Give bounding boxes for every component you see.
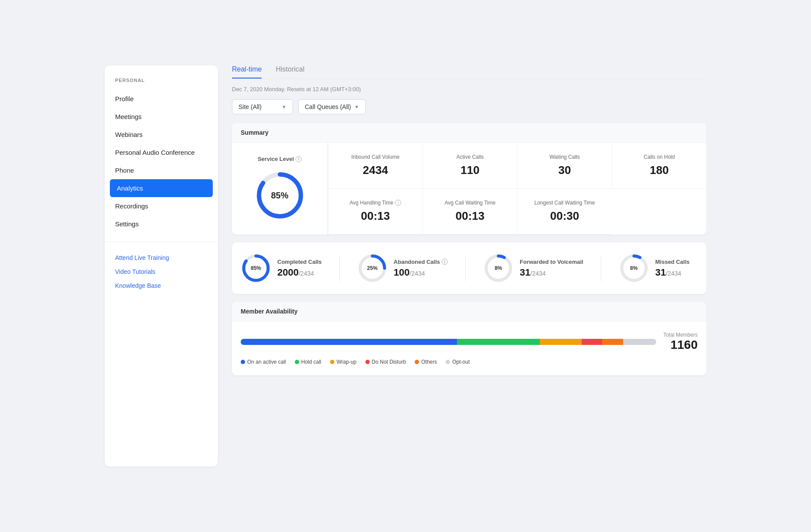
sidebar-item-phone[interactable]: Phone [105, 161, 218, 179]
stat-cell-calls-on-hold: Calls on Hold180 [612, 143, 706, 189]
total-members-value: 1160 [663, 338, 698, 352]
sidebar-item-analytics[interactable]: Analytics [110, 179, 213, 197]
stat-label-waiting-calls: Waiting Calls [549, 154, 580, 160]
site-filter[interactable]: Site (All) ▼ [232, 99, 293, 114]
stat-label-active-calls: Active Calls [457, 154, 484, 160]
stat-info-icon-avg-handling-time[interactable]: i [395, 200, 401, 206]
small-donut-completed-calls: 85% [241, 253, 271, 283]
legend-label-hold-call-legend: Hold call [301, 359, 321, 365]
total-members-label: Total Members [663, 332, 698, 338]
stat-value-calls-on-hold: 180 [650, 164, 668, 177]
tabs-container: Real-time Historical [232, 65, 706, 79]
metric-info-icon-abandoned-calls[interactable]: i [442, 259, 448, 265]
sidebar-nav: ProfileMeetingsWebinarsPersonal Audio Co… [105, 90, 218, 233]
service-level-info-icon[interactable]: i [296, 156, 302, 162]
sidebar-item-meetings[interactable]: Meetings [105, 108, 218, 126]
legend-item-wrap-up-legend: Wrap-up [330, 359, 357, 365]
legend-dot-wrap-up-legend [330, 360, 334, 364]
legend-label-wrap-up-legend: Wrap-up [337, 359, 357, 365]
call-metric-total-abandoned-calls: /2434 [410, 270, 425, 277]
sidebar-item-profile[interactable]: Profile [105, 90, 218, 108]
call-metric-text-missed-calls: Missed Calls31/2434 [655, 259, 690, 278]
call-metric-text-completed-calls: Completed Calls2000/2434 [277, 259, 322, 278]
call-metric-total-forwarded-to-voicemail: /2434 [531, 270, 546, 277]
sidebar-item-settings[interactable]: Settings [105, 215, 218, 233]
member-availability-header: Member Availability [232, 302, 706, 321]
sidebar-item-recordings[interactable]: Recordings [105, 197, 218, 215]
sidebar-links: Attend Live TrainingVideo TutorialsKnowl… [105, 251, 218, 293]
app-container: PERSONAL ProfileMeetingsWebinarsPersonal… [105, 65, 706, 467]
legend-dot-opt-out-legend [446, 360, 450, 364]
sidebar-item-personal-audio-conference[interactable]: Personal Audio Conference [105, 143, 218, 161]
call-metric-item-completed-calls: 85% Completed Calls2000/2434 [241, 253, 322, 283]
summary-header: Summary [232, 123, 706, 143]
call-metric-text-abandoned-calls: Abandoned Callsi100/2434 [394, 259, 448, 278]
stat-value-avg-handling-time: 00:13 [361, 209, 390, 223]
summary-content: Service Level i 85% Inbound Call Volume2… [232, 143, 706, 235]
call-metric-total-missed-calls: /2434 [666, 270, 681, 277]
small-donut-missed-calls: 8% [619, 253, 649, 283]
stat-value-active-calls: 110 [460, 164, 479, 177]
small-donut-abandoned-calls: 25% [357, 253, 388, 283]
availability-bar [241, 339, 656, 345]
legend-label-do-not-disturb-legend: Do Not Disturb [372, 359, 406, 365]
availability-bar-container: Total Members 1160 [241, 332, 698, 352]
stat-label-longest-call-waiting-time: Longest Call Waiting Time [535, 200, 595, 206]
member-availability-card: Member Availability Total Members 1160 O… [232, 302, 706, 375]
small-donut-label-forwarded-to-voicemail: 8% [494, 265, 502, 271]
call-metric-total-completed-calls: /2434 [299, 270, 314, 277]
bar-segment-wrap-up [540, 339, 581, 345]
stats-grid: Inbound Call Volume2434Active Calls110Wa… [328, 143, 706, 235]
stat-value-longest-call-waiting-time: 00:30 [550, 209, 579, 223]
filters-row: Site (All) ▼ Call Queues (All) ▼ [232, 99, 706, 114]
legend-dot-others-legend [415, 360, 419, 364]
bar-segment-active-call [241, 339, 457, 345]
main-content: Real-time Historical Dec 7, 2020 Monday.… [218, 65, 706, 467]
legend-dot-do-not-disturb-legend [365, 360, 370, 364]
total-members: Total Members 1160 [663, 332, 698, 352]
stat-cell-avg-handling-time: Avg Handling Timei00:13 [328, 189, 423, 235]
tab-historical[interactable]: Historical [276, 65, 304, 78]
stat-label-avg-call-waiting-time: Avg Call Waiting Time [445, 200, 496, 206]
call-metric-item-abandoned-calls: 25% Abandoned Callsi100/2434 [357, 253, 448, 283]
legend-label-others-legend: Others [421, 359, 437, 365]
call-metric-name-completed-calls: Completed Calls [277, 259, 322, 265]
call-metrics-content: 85% Completed Calls2000/2434 25% Abandon… [232, 242, 706, 294]
legend-item-opt-out-legend: Opt-out [446, 359, 470, 365]
small-donut-label-abandoned-calls: 25% [367, 265, 378, 271]
sidebar-item-webinars[interactable]: Webinars [105, 126, 218, 143]
call-metric-text-forwarded-to-voicemail: Forwarded to Voicemail31/2434 [520, 259, 583, 278]
stat-value-waiting-calls: 30 [559, 164, 571, 177]
small-donut-label-missed-calls: 8% [630, 265, 637, 271]
sidebar-link-video-tutorials[interactable]: Video Tutorials [105, 265, 218, 279]
legend-label-opt-out-legend: Opt-out [452, 359, 470, 365]
call-queues-filter-label: Call Queues (All) [305, 103, 351, 110]
bar-segment-hold-call [457, 339, 540, 345]
call-queues-filter-chevron: ▼ [354, 104, 359, 109]
stat-cell-active-calls: Active Calls110 [423, 143, 517, 189]
sidebar-link-knowledge-base[interactable]: Knowledge Base [105, 279, 218, 293]
site-filter-chevron: ▼ [282, 104, 286, 109]
sidebar: PERSONAL ProfileMeetingsWebinarsPersonal… [105, 65, 218, 467]
service-level-value: 85% [271, 191, 288, 201]
call-metric-item-forwarded-to-voicemail: 8% Forwarded to Voicemail31/2434 [483, 253, 583, 283]
legend-dot-active-call-legend [241, 360, 245, 364]
call-queues-filter[interactable]: Call Queues (All) ▼ [298, 99, 366, 114]
legend-row: On an active callHold callWrap-upDo Not … [241, 359, 698, 365]
legend-item-active-call-legend: On an active call [241, 359, 286, 365]
metric-divider-2 [465, 255, 466, 281]
service-level-label: Service Level i [258, 156, 302, 162]
summary-card: Summary Service Level i 85% [232, 123, 706, 235]
sidebar-link-attend-live-training[interactable]: Attend Live Training [105, 251, 218, 265]
call-metric-name-abandoned-calls: Abandoned Callsi [394, 259, 448, 265]
sidebar-section-label: PERSONAL [105, 78, 218, 90]
site-filter-label: Site (All) [239, 103, 262, 110]
bar-segment-opt-out [623, 339, 656, 345]
legend-dot-hold-call-legend [295, 360, 299, 364]
stat-label-avg-handling-time: Avg Handling Timei [350, 200, 402, 206]
legend-item-do-not-disturb-legend: Do Not Disturb [365, 359, 406, 365]
call-metric-value-forwarded-to-voicemail: 31/2434 [520, 267, 583, 278]
tab-real-time[interactable]: Real-time [232, 65, 262, 78]
metric-divider-3 [601, 255, 601, 281]
legend-item-others-legend: Others [415, 359, 437, 365]
